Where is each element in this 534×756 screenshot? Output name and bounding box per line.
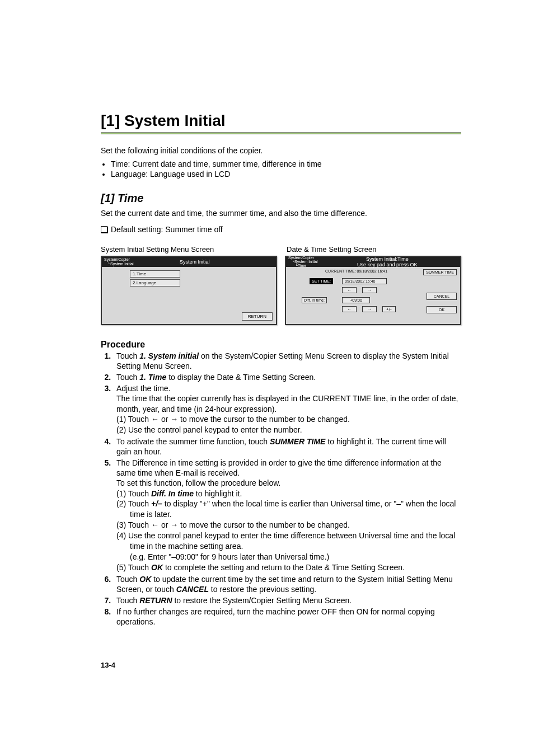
system-initial-menu-screen: System/Copier └System Initial System Ini…	[101, 256, 277, 325]
cancel-button[interactable]: CANCEL	[427, 293, 457, 300]
step-5: The Difference in time setting is provid…	[113, 458, 461, 573]
note-icon	[101, 226, 107, 233]
screen2-title: System Initial:Time Use key pad and pres…	[320, 256, 455, 267]
subsection-desc: Set the current date and time, the summe…	[101, 208, 461, 219]
menu-item-language[interactable]: 2.Language	[130, 279, 180, 287]
procedure-list: Touch 1. System initial on the System/Co…	[101, 351, 461, 627]
note-text: Default setting: Summer time off	[111, 225, 223, 234]
arrow-right-icon[interactable]: →	[362, 287, 377, 293]
page-title: [1] System Initial	[101, 112, 461, 130]
arrow-left-icon[interactable]: ←	[342, 287, 357, 293]
step-8: If no further changes are required, turn…	[113, 607, 461, 627]
step-4: To activate the summer time function, to…	[113, 436, 461, 457]
title-rule	[101, 132, 461, 134]
arrow-left-icon: ←	[151, 520, 159, 529]
step-1: Touch 1. System initial on the System/Co…	[113, 351, 461, 371]
arrow-right-icon: →	[170, 520, 178, 529]
diff-in-time-label[interactable]: Diff. in time:	[302, 297, 327, 303]
ok-button[interactable]: OK	[427, 306, 457, 313]
page-number: 13-4	[101, 661, 461, 669]
current-time-label: CURRENT TIME: 09/18/2002 16:41	[325, 269, 387, 273]
date-time-setting-screen: System/Copier └System Initial └Time Syst…	[285, 256, 461, 325]
arrow-left-icon: ←	[151, 415, 159, 424]
breadcrumb-1: System/Copier	[104, 257, 134, 261]
menu-item-time[interactable]: 1.Time	[130, 270, 180, 278]
arrow-right-icon[interactable]: →	[362, 306, 377, 312]
screen-label-right: Date & Time Setting Screen	[287, 245, 461, 253]
set-time-label: SET TIME:	[310, 278, 333, 284]
intro-text: Set the following initial conditions of …	[101, 145, 461, 156]
default-setting-note: Default setting: Summer time off	[101, 224, 461, 235]
screen-label-left: System Initial Setting Menu Screen	[101, 245, 275, 253]
breadcrumb: System/Copier └System Initial	[102, 257, 136, 266]
step-2: Touch 1. Time to display the Date & Time…	[113, 372, 461, 382]
bullet-time: Time: Current date and time, summer time…	[111, 159, 461, 168]
arrow-right-icon: →	[170, 415, 178, 424]
summer-time-button[interactable]: SUMMER TIME	[423, 269, 457, 275]
procedure-heading: Procedure	[101, 340, 461, 350]
bullet-language: Language: Language used in LCD	[111, 170, 461, 179]
step-7: Touch RETURN to restore the System/Copie…	[113, 595, 461, 605]
intro-bullets: Time: Current date and time, summer time…	[111, 159, 461, 179]
breadcrumb-2: System Initial	[110, 262, 134, 266]
screen1-title: System Initial	[136, 259, 254, 265]
breadcrumb-1: System/Copier	[288, 256, 318, 260]
arrow-left-icon[interactable]: ←	[342, 306, 357, 312]
set-time-value[interactable]: 09/18/2002 16:40	[342, 278, 387, 284]
breadcrumb-2: System Initial	[294, 260, 318, 264]
plus-minus-button[interactable]: +/-	[382, 306, 396, 312]
diff-in-time-value[interactable]: +09:00	[342, 297, 370, 303]
return-button[interactable]: RETURN	[242, 312, 273, 321]
subsection-title: [1] Time	[101, 192, 461, 205]
step-6: Touch OK to update the current time by t…	[113, 574, 461, 594]
step-3: Adjust the time. The time that the copie…	[113, 383, 461, 435]
